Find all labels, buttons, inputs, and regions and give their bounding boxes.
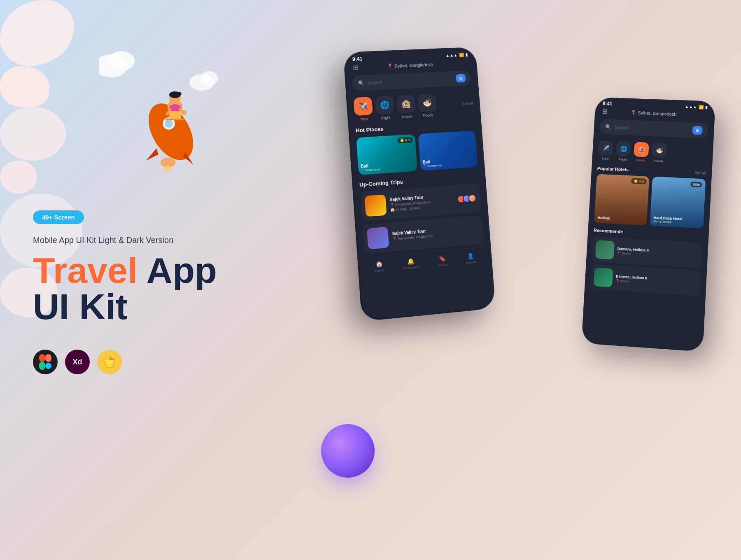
rec-info-2: Damero, Holbox II 📍Mexico xyxy=(615,274,697,287)
category-foods[interactable]: 🍜 Foods xyxy=(417,93,437,118)
svg-rect-25 xyxy=(39,362,45,370)
sec-category-foods[interactable]: 🍜 Foods xyxy=(651,142,667,163)
rec-card-2[interactable]: Damero, Holbox II 📍Mexico xyxy=(590,264,701,296)
secondary-see-all[interactable]: See all xyxy=(694,170,706,175)
trip-card-2[interactable]: Sajek Valley Tour 📍Rangamati, Bangladesh xyxy=(362,215,484,254)
signal-icon: ▲▲▲ xyxy=(445,53,458,58)
secondary-search-bar[interactable]: 🔍 Search ⊞ xyxy=(599,119,709,138)
empty-spacer xyxy=(461,63,468,63)
rocket-illustration xyxy=(99,41,231,185)
hotel-cards-list: Holbox ⭐ 4.5 Hard Rock Hotel Punta, Mexi… xyxy=(594,174,706,229)
title-app-word: App xyxy=(147,250,217,291)
rec-card-1[interactable]: Damero, Holbox II 📍Mexico xyxy=(592,237,703,268)
rec-thumb-2 xyxy=(594,268,613,287)
primary-search-bar[interactable]: 🔍 Search ⊞ xyxy=(352,70,472,91)
sketch-icon xyxy=(97,350,122,374)
sec-wifi-icon: 📶 xyxy=(699,105,704,109)
category-flight[interactable]: 🌐 Flight xyxy=(375,96,395,120)
secondary-time: 9:41 xyxy=(602,100,612,107)
profile-nav-icon: 👤 xyxy=(467,252,474,259)
secondary-content: ⊞ 📍 Sylhet, Bangladesh 🔍 Search ⊞ ✈️ Tri… xyxy=(585,107,714,296)
foods-label: Foods xyxy=(423,113,433,118)
primary-time: 9:41 xyxy=(352,56,362,62)
sec-trips-label: Trips xyxy=(601,157,609,161)
bali2-bg: Bali 📍Indonesia xyxy=(418,131,478,171)
filter-button[interactable]: ⊞ xyxy=(456,74,466,83)
tool-icons: Xd xyxy=(33,350,231,374)
primary-search-text: Search xyxy=(368,76,453,85)
primary-location: Sylhet, Bangladesh xyxy=(394,62,433,68)
sec-filter-button[interactable]: ⊞ xyxy=(692,126,703,135)
figma-icon xyxy=(33,350,58,374)
svg-rect-15 xyxy=(165,119,184,120)
primary-see-all[interactable]: See all xyxy=(462,101,473,106)
sec-category-flight[interactable]: 🌐 Flight xyxy=(615,141,631,162)
battery-icon: ▮ xyxy=(465,52,468,57)
search-icon: 🔍 xyxy=(358,80,365,86)
sec-foods-label: Foods xyxy=(654,159,664,163)
sec-flight-icon: 🌐 xyxy=(616,141,631,156)
sec-category-trips[interactable]: ✈️ Trips xyxy=(598,140,613,161)
primary-status-icons: ▲▲▲ 📶 ▮ xyxy=(445,52,468,58)
left-section: 49+ Screen Mobile App UI Kit Light & Dar… xyxy=(33,0,231,560)
foods-icon: 🍜 xyxy=(417,93,436,112)
decorative-sphere xyxy=(321,424,375,478)
location-center: 📍 Sylhet, Bangladesh xyxy=(387,61,433,69)
primary-categories: ✈️ Trips 🌐 Flight 🏨 Hotels 🍜 Foods See a… xyxy=(353,91,474,121)
home-nav-icon: 🏠 xyxy=(375,260,383,268)
flight-label: Flight xyxy=(381,115,390,120)
place-card-bali1[interactable]: Bali 📍Indonesia ⭐ 4.5 xyxy=(356,134,417,175)
phone-primary: 9:41 ▲▲▲ 📶 ▮ ⊞ 📍 Sylhet, Bangladesh 🔍 Se xyxy=(345,48,494,320)
sec-trips-icon: ✈️ xyxy=(598,140,613,156)
hotel-card-holbox[interactable]: Holbox ⭐ 4.5 xyxy=(594,174,649,226)
rec-thumb-1 xyxy=(595,240,615,259)
place-card-bali2[interactable]: Bali 📍Indonesia xyxy=(418,131,478,171)
nav-notification[interactable]: 🔔 Notification xyxy=(402,257,419,271)
svg-rect-14 xyxy=(169,111,181,119)
flight-icon: 🌐 xyxy=(375,96,394,114)
svg-marker-3 xyxy=(146,148,158,161)
title-travel: Travel xyxy=(33,250,137,291)
hardrock-info: Hard Rock Hotel Punta, Mexico xyxy=(653,216,700,225)
saved-nav-label: Saved xyxy=(438,263,447,267)
nav-profile[interactable]: 👤 Maisha xyxy=(465,252,476,265)
category-hotels[interactable]: 🏨 Hotels xyxy=(396,95,416,119)
nav-home[interactable]: 🏠 Home xyxy=(375,260,384,273)
svg-point-24 xyxy=(45,363,51,369)
sec-location-pin-icon: 📍 xyxy=(630,110,637,115)
secondary-status-icons: ▲▲▲ 📶 ▮ xyxy=(685,104,708,110)
sec-signal-icon: ▲▲▲ xyxy=(685,104,697,109)
rec-info-1: Damero, Holbox II 📍Mexico xyxy=(617,246,699,259)
popular-hotels-title: Popular Hotels xyxy=(597,166,629,172)
svg-rect-21 xyxy=(39,354,45,362)
holbox-info: Holbox xyxy=(597,216,643,222)
sec-spacer xyxy=(700,115,707,115)
trip-avatars-1 xyxy=(457,194,477,203)
home-nav-label: Home xyxy=(375,268,384,273)
phone-primary-screen: 9:41 ▲▲▲ 📶 ▮ ⊞ 📍 Sylhet, Bangladesh 🔍 Se xyxy=(345,48,494,320)
category-trips[interactable]: ✈️ Trips xyxy=(353,97,373,121)
notification-nav-label: Notification xyxy=(403,265,419,271)
hot-places-list: Bali 📍Indonesia ⭐ 4.5 Bali 📍Indonesia xyxy=(356,131,478,175)
sec-category-hotels[interactable]: 🏨 Hotels xyxy=(633,142,649,163)
xd-icon: Xd xyxy=(65,350,90,374)
trips-icon: ✈️ xyxy=(353,97,373,116)
notification-nav-icon: 🔔 xyxy=(407,258,415,265)
sec-qr-icon[interactable]: ⊞ xyxy=(602,107,608,115)
trip-card-1[interactable]: Sajek Valley Tour 📍Rangamati, Bangladesh… xyxy=(360,184,481,222)
location-pin-icon: 📍 xyxy=(387,63,393,69)
trip-thumb-2 xyxy=(367,227,389,250)
saved-nav-icon: 🔖 xyxy=(438,255,446,262)
sec-hotels-label: Hotels xyxy=(636,158,645,162)
hotel-card-hardrock[interactable]: Hard Rock Hotel Punta, Mexico $250 xyxy=(650,177,706,229)
phone-secondary-screen: 9:41 ▲▲▲ 📶 ▮ ⊞ 📍 Sylhet, Bangladesh 🔍 Se xyxy=(582,98,715,351)
bg-blob-4 xyxy=(0,161,37,194)
trip-info-2: Sajek Valley Tour 📍Rangamati, Bangladesh xyxy=(392,224,479,242)
sec-battery-icon: ▮ xyxy=(705,105,708,110)
qr-icon[interactable]: ⊞ xyxy=(353,64,359,72)
sec-flight-label: Flight xyxy=(619,157,627,161)
trips-label: Trips xyxy=(360,117,368,121)
sec-foods-icon: 🍜 xyxy=(652,142,667,158)
nav-saved[interactable]: 🔖 Saved xyxy=(437,255,447,267)
trip-thumb-1 xyxy=(364,194,387,217)
